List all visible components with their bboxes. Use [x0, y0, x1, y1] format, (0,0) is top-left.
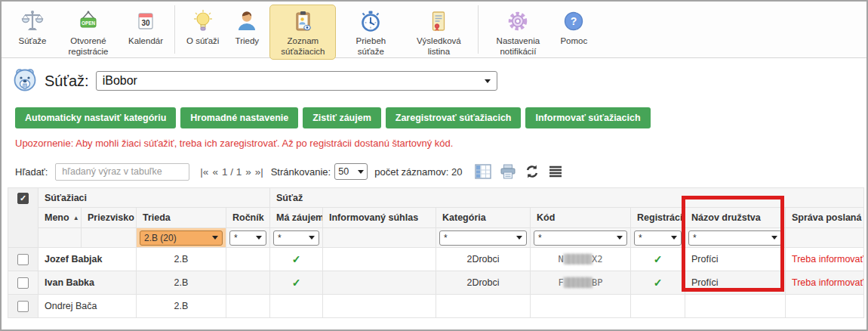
toolbar-item-nastavenia-notifikacii[interactable]: Nastavenia notifikácií — [485, 5, 551, 60]
select-all-cell: ✓ — [8, 188, 38, 248]
pager-first-button[interactable]: |« — [200, 166, 208, 178]
columns-icon[interactable] — [475, 163, 491, 180]
warning-text: Upozornenie: Aby mohli žiaci súťažiť, tr… — [15, 138, 453, 149]
toolbar-item-label: Kalendár — [128, 36, 163, 47]
competition-label: Súťaž: — [45, 73, 89, 90]
cell-suhlas — [323, 295, 436, 318]
group-header-sutaz: Súťaž — [270, 188, 864, 208]
filter-priezvisko-cell — [82, 228, 137, 248]
toolbar-item-label: Súťaže — [19, 36, 47, 47]
row-checkbox[interactable] — [17, 301, 29, 312]
cell-ma-zaujem — [270, 295, 323, 318]
cell-rocnik — [226, 295, 270, 318]
masked-code: ▒▒▒▒▒▒ — [564, 277, 592, 288]
toolbar-item-kalendar[interactable]: 30 Kalendár — [123, 5, 168, 50]
competition-select-value: iBobor — [103, 74, 137, 88]
row-checkbox[interactable] — [17, 277, 29, 289]
help-mark-text: ? — [571, 15, 577, 27]
filter-registracia-select[interactable]: * — [634, 230, 682, 246]
toolbar-item-triedy[interactable]: Triedy — [226, 5, 268, 50]
register-participants-button[interactable]: Zaregistrovať súťažiacich — [386, 107, 522, 128]
filter-druzstvo-select[interactable]: * — [688, 230, 782, 246]
cell-sprava — [786, 295, 864, 318]
filter-kategoria-cell: * — [436, 228, 531, 248]
pager-last-button[interactable]: »| — [255, 166, 263, 178]
lightbulb-icon — [190, 8, 216, 34]
cell-name: Jozef Babjak — [38, 248, 137, 271]
list-icon[interactable] — [548, 164, 563, 179]
column-header-rocnik[interactable]: Ročník — [226, 208, 270, 228]
sort-asc-icon: ▲ — [73, 215, 79, 221]
inform-participants-button[interactable]: Informovať súťažiacich — [525, 107, 650, 128]
check-interest-button[interactable]: Zistiť záujem — [303, 107, 381, 128]
participants-table: ✓ Súťažiaci Súťaž Meno▲ Priezvisko▲ Trie… — [8, 187, 864, 318]
cell-trieda: 2.B — [137, 271, 226, 295]
auto-category-button[interactable]: Automaticky nastaviť kategóriu — [15, 107, 176, 128]
cell-name: Ondrej Bača — [38, 295, 137, 318]
chevron-down-icon — [485, 79, 491, 83]
filter-trieda-cell: 2.B (20) — [137, 228, 226, 248]
cell-kod: F▒▒▒▒▒▒BP — [531, 271, 631, 295]
pager-prev-button[interactable]: « — [212, 166, 218, 178]
column-header-ma-zaujem[interactable]: Má záujem — [270, 208, 323, 228]
filter-sprava-cell — [786, 228, 864, 248]
cell-trieda: 2.B — [137, 295, 226, 318]
toolbar-item-vysledkova-listina[interactable]: Výsledková listina — [405, 5, 472, 60]
table-row: Ivan Babka 2.B ✓ 2Drobci F▒▒▒▒▒▒BP ✓ Pro… — [8, 271, 864, 295]
page-size-select[interactable]: 50 — [334, 163, 368, 180]
competition-select[interactable]: iBobor — [96, 71, 497, 91]
cell-sprava: Treba informovať! — [786, 248, 864, 271]
filter-rocnik-select[interactable]: * — [229, 230, 266, 246]
group-header-sutaziaci: Súťažiaci — [38, 188, 270, 208]
cell-kategoria: 2Drobci — [436, 271, 531, 295]
print-icon[interactable] — [500, 163, 516, 180]
toolbar-item-o-sutazi[interactable]: O súťaži — [181, 5, 224, 50]
filter-kod-select[interactable]: * — [534, 230, 627, 246]
top-toolbar: Súťaže OPEN Otvorené registrácie 30 — [2, 2, 866, 58]
column-header-nazov-druzstva[interactable]: Názov družstva — [685, 208, 786, 228]
open-sign-icon: OPEN — [75, 8, 101, 34]
masked-code: ▒▒▒▒▒▒ — [564, 254, 592, 264]
column-header-meno[interactable]: Meno▲ — [38, 208, 82, 228]
column-header-informovany-suhlas[interactable]: Informovaný súhlas — [323, 208, 436, 228]
refresh-icon[interactable] — [525, 164, 540, 179]
page-size-value: 50 — [338, 166, 349, 177]
filter-kategoria-select[interactable]: * — [439, 230, 527, 246]
filter-kod-cell: * — [531, 228, 631, 248]
cell-druzstvo: Profíci — [685, 271, 786, 295]
person-icon — [234, 8, 260, 34]
pager-current-page: 1 / 1 — [222, 166, 242, 178]
filter-ma-zaujem-cell: * — [270, 228, 323, 248]
toolbar-item-zoznam-sutaziacich[interactable]: Zoznam súťažiacich — [269, 5, 336, 60]
toolbar-item-label: Priebeh súťaže — [343, 36, 399, 57]
filter-ma-zaujem-select[interactable]: * — [273, 230, 319, 246]
toolbar-item-priebeh-sutaze[interactable]: Priebeh súťaže — [337, 5, 404, 60]
bulk-settings-button[interactable]: Hromadné nastavenie — [180, 107, 298, 128]
select-all-checkbox[interactable]: ✓ — [17, 193, 29, 204]
search-label: Hľadať: — [15, 166, 48, 178]
column-header-sprava-poslana[interactable]: Správa poslaná — [786, 208, 864, 228]
row-checkbox[interactable] — [17, 254, 29, 265]
cell-kategoria — [436, 295, 531, 318]
column-header-kategoria[interactable]: Kategória — [436, 208, 531, 228]
column-header-registracia[interactable]: Registrácia — [631, 208, 685, 228]
filter-meno-cell — [38, 228, 82, 248]
cell-kod — [531, 295, 631, 318]
search-input[interactable] — [55, 163, 189, 181]
cell-rocnik — [226, 271, 270, 295]
toolbar-separator — [174, 5, 175, 54]
column-header-trieda[interactable]: Trieda — [137, 208, 226, 228]
calendar-day-text: 30 — [141, 19, 150, 27]
toolbar-item-pomoc[interactable]: ? Pomoc — [553, 5, 595, 50]
toolbar-item-otvorene-registracie[interactable]: OPEN Otvorené registrácie — [55, 5, 122, 60]
cell-druzstvo: Profíci — [685, 248, 786, 271]
toolbar-item-sutaze[interactable]: Súťaže — [11, 5, 54, 50]
certificate-icon — [426, 8, 451, 34]
chevron-down-icon — [212, 236, 218, 240]
pager-next-button[interactable]: » — [245, 166, 251, 178]
column-header-priezvisko[interactable]: Priezvisko▲ — [82, 208, 137, 228]
column-header-kod[interactable]: Kód — [531, 208, 631, 228]
filter-trieda-select[interactable]: 2.B (20) — [140, 230, 223, 246]
toolbar-item-label: Triedy — [235, 36, 260, 47]
cell-ma-zaujem check-icon: ✓ — [270, 271, 323, 295]
